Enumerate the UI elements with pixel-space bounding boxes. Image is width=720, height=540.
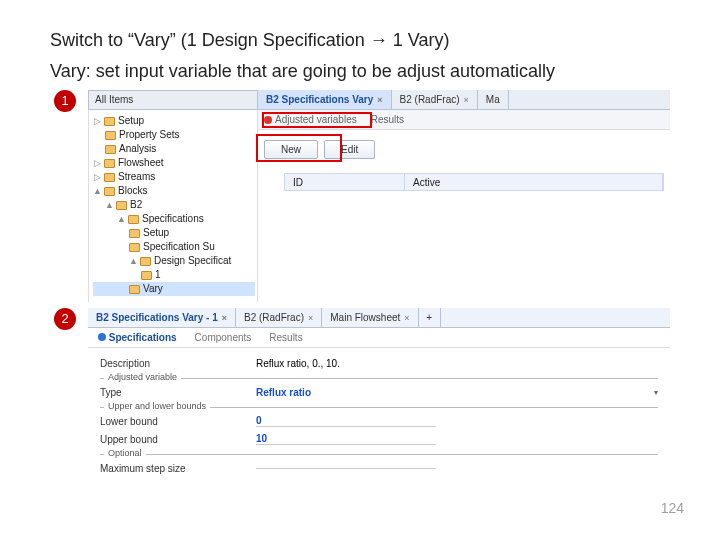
maxstep-field[interactable]: [256, 468, 436, 469]
close-icon[interactable]: ×: [222, 313, 227, 323]
maxstep-label: Maximum step size: [100, 463, 250, 474]
tab-more[interactable]: Ma: [478, 90, 509, 109]
tree-item[interactable]: Property Sets: [119, 128, 180, 142]
content-panel-1: B2 Specifications Vary× B2 (RadFrac)× Ma…: [258, 90, 670, 302]
tree-item[interactable]: 1: [155, 268, 161, 282]
description-field[interactable]: Reflux ratio, 0., 10.: [256, 358, 658, 369]
status-icon: [98, 333, 106, 341]
folder-icon: [105, 131, 116, 140]
folder-icon: [104, 159, 115, 168]
col-active: Active: [405, 174, 663, 190]
optional-legend: Optional: [104, 448, 146, 458]
folder-icon: [141, 271, 152, 280]
tree-item-selected[interactable]: Vary: [143, 282, 163, 296]
content-panel-2: B2 Specifications Vary - 1× B2 (RadFrac)…: [88, 308, 670, 477]
upper-label: Upper bound: [100, 434, 250, 445]
chevron-down-icon: ▾: [654, 388, 658, 397]
adjusted-legend: Adjusted variable: [104, 372, 181, 382]
tree-item[interactable]: Flowsheet: [118, 156, 164, 170]
grid-header: ID Active: [284, 173, 664, 191]
tab-bar: B2 Specifications Vary× B2 (RadFrac)× Ma: [258, 90, 670, 110]
folder-icon: [104, 117, 115, 126]
subtab-bar: Adjusted variables Results: [258, 110, 670, 130]
type-combo[interactable]: Reflux ratio ▾: [256, 387, 658, 398]
screenshot-2: 2 B2 Specifications Vary - 1× B2 (RadFra…: [54, 308, 670, 477]
tree-item[interactable]: Setup: [118, 114, 144, 128]
subtab-results[interactable]: Results: [371, 114, 404, 125]
tree-header: All Items: [88, 90, 258, 110]
tree-item[interactable]: Specifications: [142, 212, 204, 226]
folder-icon: [104, 187, 115, 196]
close-icon[interactable]: ×: [377, 95, 382, 105]
lower-field[interactable]: 0: [256, 415, 262, 426]
tree-item[interactable]: Design Specificat: [154, 254, 231, 268]
close-icon[interactable]: ×: [464, 95, 469, 105]
new-button[interactable]: New: [264, 140, 318, 159]
folder-icon: [104, 173, 115, 182]
folder-icon: [128, 215, 139, 224]
folder-icon: [116, 201, 127, 210]
tree-item[interactable]: Specification Su: [143, 240, 215, 254]
subtab-bar: Specifications Components Results: [88, 328, 670, 348]
folder-icon: [140, 257, 151, 266]
tab-block[interactable]: B2 (RadFrac)×: [392, 90, 478, 109]
badge-1: 1: [54, 90, 76, 112]
bounds-legend: Upper and lower bounds: [104, 401, 210, 411]
tab-block[interactable]: B2 (RadFrac)×: [236, 308, 322, 327]
slide-title: Switch to “Vary” (1 Design Specification…: [50, 30, 670, 51]
tree-item[interactable]: Setup: [143, 226, 169, 240]
page-number: 124: [661, 500, 684, 516]
folder-icon: [129, 285, 140, 294]
subtab-components[interactable]: Components: [195, 332, 252, 343]
tree-item[interactable]: Analysis: [119, 142, 156, 156]
folder-icon: [105, 145, 116, 154]
slide-subtitle: Vary: set input variable that are going …: [50, 61, 670, 82]
subtab-specifications[interactable]: Specifications: [98, 332, 177, 343]
type-label: Type: [100, 387, 250, 398]
close-icon[interactable]: ×: [308, 313, 313, 323]
edit-button[interactable]: Edit: [324, 140, 375, 159]
tree-item[interactable]: Streams: [118, 170, 155, 184]
subtab-adjusted[interactable]: Adjusted variables: [264, 114, 357, 125]
tab-vary[interactable]: B2 Specifications Vary×: [258, 90, 392, 109]
badge-2: 2: [54, 308, 76, 330]
col-id: ID: [285, 174, 405, 190]
close-icon[interactable]: ×: [404, 313, 409, 323]
tree-item[interactable]: Blocks: [118, 184, 147, 198]
tree-item[interactable]: B2: [130, 198, 142, 212]
lower-label: Lower bound: [100, 416, 250, 427]
tree-panel: All Items ▷Setup Property Sets Analysis …: [88, 90, 258, 302]
tab-vary-1[interactable]: B2 Specifications Vary - 1×: [88, 308, 236, 327]
screenshot-1: 1 All Items ▷Setup Property Sets Analysi…: [54, 90, 670, 302]
tab-flowsheet[interactable]: Main Flowsheet×: [322, 308, 418, 327]
folder-icon: [129, 243, 140, 252]
description-label: Description: [100, 358, 250, 369]
status-icon: [264, 116, 272, 124]
tab-add[interactable]: +: [419, 308, 441, 327]
subtab-results[interactable]: Results: [269, 332, 302, 343]
upper-field[interactable]: 10: [256, 433, 267, 444]
folder-icon: [129, 229, 140, 238]
tab-bar: B2 Specifications Vary - 1× B2 (RadFrac)…: [88, 308, 670, 328]
